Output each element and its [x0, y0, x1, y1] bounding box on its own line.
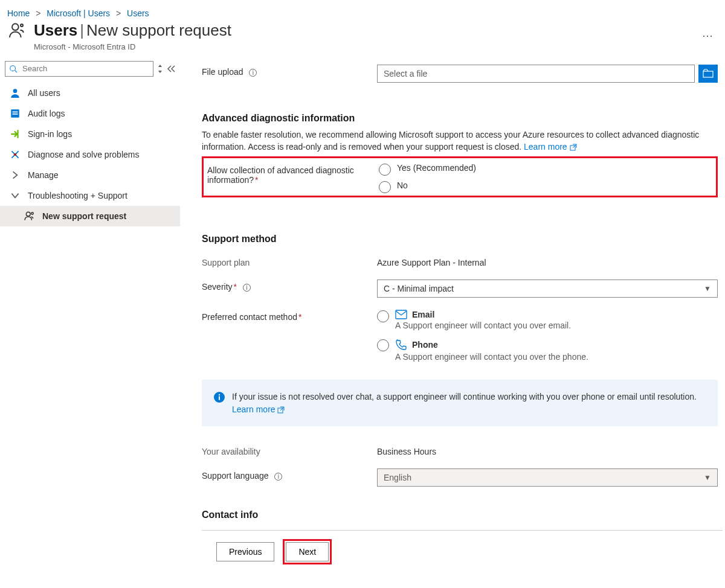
dropdown-value: English [384, 473, 411, 482]
sidebar-item-new-support-request[interactable]: New support request [0, 206, 180, 226]
radio-contact-email[interactable]: Email A Support engineer will contact yo… [377, 310, 718, 330]
next-button[interactable]: Next [286, 542, 329, 561]
sidebar-item-signin-logs[interactable]: Sign-in logs [0, 124, 180, 144]
svg-point-4 [13, 89, 18, 93]
info-icon[interactable]: i [274, 473, 282, 481]
radio-icon [379, 164, 391, 176]
breadcrumb-sep: > [36, 8, 40, 18]
search-input[interactable] [21, 63, 149, 74]
svg-point-16 [219, 394, 220, 395]
svg-point-1 [21, 24, 23, 27]
diagnostic-question-label: Allow collection of advanced diagnostic … [204, 163, 379, 193]
phone-icon [395, 339, 407, 351]
sort-toggle-icon[interactable] [157, 65, 163, 73]
svg-line-3 [15, 70, 18, 72]
svg-point-2 [10, 66, 16, 71]
chevron-right-icon [10, 170, 21, 181]
more-actions-button[interactable]: ⋯ [697, 27, 718, 45]
severity-label: Severity* i [202, 280, 377, 298]
learn-more-link[interactable]: Learn more [524, 142, 576, 152]
sidebar-item-label: Manage [28, 170, 59, 180]
svg-rect-13 [396, 310, 407, 319]
file-select-input[interactable]: Select a file [377, 65, 695, 83]
sidebar-item-all-users[interactable]: All users [0, 83, 180, 103]
previous-button[interactable]: Previous [216, 542, 274, 561]
radio-icon [379, 181, 391, 193]
svg-point-0 [12, 24, 19, 30]
svg-rect-11 [703, 71, 713, 77]
support-icon [24, 211, 35, 222]
external-link-icon [570, 144, 577, 151]
sidebar-item-label: Audit logs [28, 109, 65, 118]
radio-description: A Support engineer will contact you over… [395, 352, 588, 362]
person-icon [10, 88, 21, 98]
external-link-icon [277, 406, 285, 414]
signin-icon [10, 129, 21, 139]
users-icon [7, 21, 27, 40]
page-header: Users|New support request Microsoft - Mi… [0, 18, 725, 59]
sidebar-item-audit-logs[interactable]: Audit logs [0, 103, 180, 124]
sidebar: All users Audit logs Sign-in logs [0, 59, 180, 573]
severity-dropdown[interactable]: C - Minimal impact ▼ [377, 280, 718, 298]
diagnostic-consent-highlight: Allow collection of advanced diagnostic … [202, 156, 718, 197]
breadcrumb-mid[interactable]: Microsoft | Users [47, 8, 110, 18]
collapse-sidebar-icon[interactable] [167, 65, 175, 72]
search-icon [9, 65, 21, 73]
radio-label: Phone [412, 340, 438, 350]
breadcrumb-sep: > [116, 8, 121, 18]
availability-label: Your availability [202, 444, 377, 456]
svg-point-9 [26, 212, 30, 216]
main-content: File upload i Select a file Advanced dia… [180, 59, 725, 573]
resolution-info-banner: If your issue is not resolved over chat,… [202, 380, 718, 426]
log-icon [10, 108, 21, 119]
radio-diagnostic-no[interactable]: No [379, 181, 709, 193]
breadcrumb-home[interactable]: Home [7, 8, 30, 18]
radio-label: Email [412, 310, 434, 319]
svg-point-10 [31, 213, 33, 214]
info-icon [214, 392, 225, 403]
sidebar-item-label: New support request [42, 211, 126, 221]
advanced-diagnostic-desc: To enable faster resolution, we recommen… [202, 129, 723, 153]
radio-label: No [397, 181, 408, 190]
sidebar-item-label: Sign-in logs [28, 129, 72, 139]
email-icon [395, 310, 407, 319]
page-subtitle: Microsoft - Microsoft Entra ID [34, 42, 694, 51]
radio-diagnostic-yes[interactable]: Yes (Recommended) [379, 163, 709, 176]
file-browse-button[interactable] [698, 65, 718, 83]
advanced-diagnostic-heading: Advanced diagnostic information [202, 113, 723, 124]
info-icon[interactable]: i [243, 284, 251, 292]
search-input-wrapper[interactable] [5, 61, 153, 77]
sidebar-group-troubleshoot[interactable]: Troubleshooting + Support [0, 185, 180, 206]
info-icon[interactable]: i [249, 69, 257, 77]
radio-description: A Support engineer will contact you over… [395, 321, 571, 330]
radio-icon [377, 339, 389, 351]
sidebar-group-manage[interactable]: Manage [0, 165, 180, 185]
sidebar-item-label: Troubleshooting + Support [28, 191, 127, 200]
support-method-heading: Support method [202, 234, 723, 244]
next-button-highlight: Next [283, 539, 332, 564]
chevron-down-icon: ▼ [704, 284, 711, 293]
svg-rect-15 [219, 397, 220, 400]
radio-contact-phone[interactable]: Phone A Support engineer will contact yo… [377, 339, 718, 362]
wizard-footer: Previous Next [202, 530, 723, 573]
learn-more-link[interactable]: Learn more [232, 404, 285, 414]
sidebar-item-diagnose[interactable]: Diagnose and solve problems [0, 144, 180, 165]
svg-rect-6 [13, 111, 18, 112]
chevron-down-icon [10, 190, 21, 201]
support-plan-label: Support plan [202, 255, 377, 267]
contact-info-heading: Contact info [202, 510, 723, 520]
sidebar-item-label: Diagnose and solve problems [28, 150, 139, 159]
breadcrumb-leaf[interactable]: Users [127, 8, 149, 18]
preferred-contact-label: Preferred contact method* [202, 310, 377, 322]
availability-value: Business Hours [377, 444, 723, 456]
support-language-label: Support language i [202, 468, 377, 487]
diagnose-icon [10, 149, 21, 160]
page-title: Users|New support request [34, 21, 694, 41]
dropdown-value: C - Minimal impact [384, 284, 454, 293]
svg-point-8 [14, 153, 17, 156]
language-dropdown[interactable]: English ▼ [377, 468, 718, 487]
radio-label: Yes (Recommended) [397, 163, 476, 173]
support-plan-value: Azure Support Plan - Internal [377, 255, 723, 267]
file-upload-label: File upload i [202, 65, 377, 83]
radio-icon [377, 310, 389, 322]
